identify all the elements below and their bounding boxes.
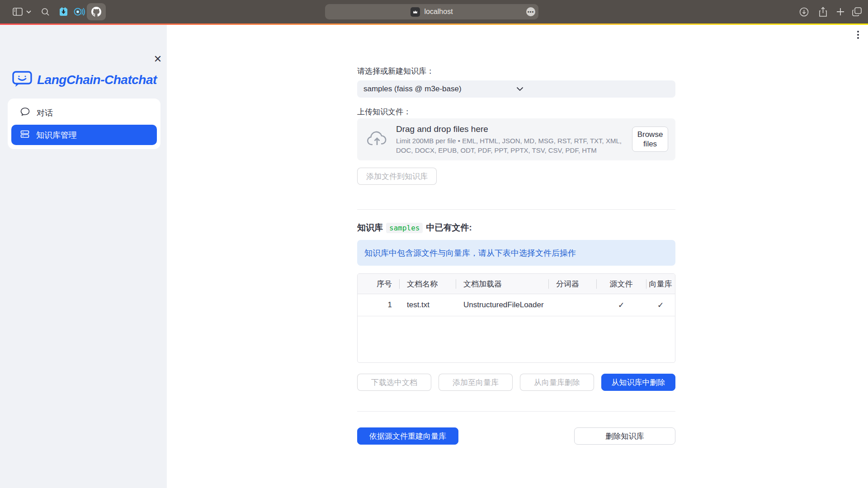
dropzone-text: Drag and drop files here Limit 200MB per… xyxy=(396,124,633,155)
share-icon[interactable] xyxy=(816,0,829,23)
sidebar-toggle-icon[interactable] xyxy=(11,0,24,23)
reader-menu-icon[interactable]: ••• xyxy=(526,7,535,16)
col-header-splitter: 分词器 xyxy=(548,274,596,294)
logo-text: LangChain-Chatchat xyxy=(37,73,157,87)
app-logo: LangChain-Chatchat xyxy=(12,70,157,90)
delete-kb-button[interactable]: 删除知识库 xyxy=(574,427,675,445)
table-header-row: 序号 文档名称 文档加载器 分词器 源文件 向量库 xyxy=(358,274,675,294)
sidebar: ✕ LangChain-Chatchat 对话 xyxy=(0,25,167,488)
cell-loader: UnstructuredFileLoader xyxy=(456,294,548,316)
downloads-icon[interactable] xyxy=(797,0,810,23)
heading-suffix: 中已有文件: xyxy=(426,222,472,234)
browse-files-button[interactable]: Browse files xyxy=(632,127,668,152)
dropzone-title: Drag and drop files here xyxy=(396,124,633,134)
dropzone-hint: Limit 200MB per file • EML, HTML, JSON, … xyxy=(396,136,633,155)
cell-index: 1 xyxy=(358,294,399,316)
col-header-docname: 文档名称 xyxy=(399,274,456,294)
extension-rings-icon[interactable] xyxy=(73,0,85,23)
kb-files-heading: 知识库 samples 中已有文件: xyxy=(357,222,472,234)
extension-cat-icon[interactable] xyxy=(57,0,69,23)
address-bar[interactable]: localhost ••• xyxy=(325,4,538,19)
add-files-button[interactable]: 添加文件到知识库 xyxy=(357,168,437,185)
sidebar-item-knowledge-base[interactable]: 知识库管理 xyxy=(11,125,157,145)
files-table[interactable]: 序号 文档名称 文档加载器 分词器 源文件 向量库 1 test.txt Uns… xyxy=(357,273,675,363)
url-text: localhost xyxy=(424,8,453,16)
kb-select-label: 请选择或新建知识库： xyxy=(357,66,434,76)
col-header-vectorstore: 向量库 xyxy=(646,274,675,294)
sidebar-item-dialogue[interactable]: 对话 xyxy=(11,103,157,123)
chat-bubble-logo-icon xyxy=(12,70,33,90)
search-icon[interactable] xyxy=(40,0,51,23)
upload-label: 上传知识文件： xyxy=(357,107,411,117)
site-favicon xyxy=(410,7,420,17)
sidebar-item-label: 知识库管理 xyxy=(36,130,77,141)
download-selected-button[interactable]: 下载选中文档 xyxy=(357,374,431,391)
col-header-loader: 文档加载器 xyxy=(456,274,548,294)
chat-icon xyxy=(20,107,30,118)
sidebar-item-label: 对话 xyxy=(37,108,53,118)
kb-selectbox[interactable]: samples (faiss @ m3e-base) xyxy=(357,80,675,98)
remove-from-vector-button[interactable]: 从向量库删除 xyxy=(520,374,594,391)
cell-docname: test.txt xyxy=(399,294,456,316)
tab-overview-icon[interactable] xyxy=(850,0,863,23)
add-to-vector-button[interactable]: 添加至向量库 xyxy=(439,374,513,391)
chevron-down-icon[interactable] xyxy=(25,0,32,23)
col-header-sourcefile: 源文件 xyxy=(596,274,646,294)
chevron-down-icon xyxy=(516,84,669,94)
app-menu-icon[interactable] xyxy=(854,29,863,41)
sidebar-nav: 对话 知识库管理 xyxy=(8,99,160,149)
delete-from-kb-button[interactable]: 从知识库中删除 xyxy=(601,374,675,391)
heading-prefix: 知识库 xyxy=(357,222,383,234)
divider xyxy=(357,209,675,210)
cell-splitter xyxy=(548,294,596,316)
stack-icon xyxy=(20,130,29,141)
new-tab-icon[interactable] xyxy=(835,0,846,23)
kb-selectbox-value: samples (faiss @ m3e-base) xyxy=(363,84,516,94)
info-banner: 知识库中包含源文件与向量库，请从下表中选择文件后操作 xyxy=(357,240,675,266)
file-dropzone[interactable]: Drag and drop files here Limit 200MB per… xyxy=(357,118,675,160)
sidebar-close-icon[interactable]: ✕ xyxy=(152,53,164,65)
kb-name-code: samples xyxy=(386,223,423,233)
table-row[interactable]: 1 test.txt UnstructuredFileLoader ✓ ✓ xyxy=(358,294,675,316)
divider xyxy=(357,411,675,412)
cell-sourcefile-check: ✓ xyxy=(596,294,646,316)
browser-toolbar: localhost ••• xyxy=(0,0,868,23)
github-icon[interactable] xyxy=(87,3,106,20)
col-header-index: 序号 xyxy=(358,274,399,294)
rebuild-vector-button[interactable]: 依据源文件重建向量库 xyxy=(357,427,458,445)
cell-vectorstore-check: ✓ xyxy=(646,294,675,316)
file-actions-row: 下载选中文档 添加至向量库 从向量库删除 从知识库中删除 xyxy=(357,374,675,391)
cloud-upload-icon xyxy=(367,131,387,148)
